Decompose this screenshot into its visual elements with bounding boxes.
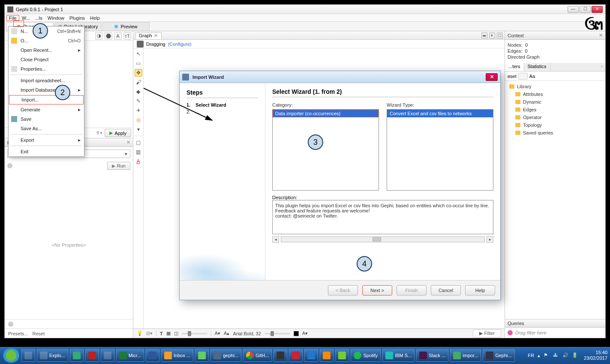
start-button[interactable] (3, 348, 20, 363)
tab-statistics[interactable]: Statistics (524, 63, 550, 71)
edit-icon[interactable]: ▾ (135, 125, 142, 133)
list-icon[interactable] (518, 73, 528, 80)
tray-volume-icon[interactable]: 🔊 (562, 352, 568, 358)
run-button[interactable]: ▶ Run (107, 162, 130, 170)
menu-export[interactable]: Export▶ (9, 135, 84, 145)
shortest-path-icon[interactable]: ✈ (135, 107, 142, 114)
heatmap-icon[interactable]: ◎ (135, 116, 142, 124)
library-operator[interactable]: Operator (513, 113, 604, 121)
square-tool-icon[interactable]: ▢ (135, 139, 142, 146)
font-dec-icon[interactable]: A▾ (215, 331, 220, 336)
apply-button[interactable]: ▶ Apply (105, 129, 131, 137)
category-option[interactable]: Data importer (co-occurrences) (273, 110, 379, 117)
menu-plugins[interactable]: Plugins (67, 15, 87, 21)
menu-import-database[interactable]: Import Database▶ (9, 85, 84, 95)
show-node-labels-icon[interactable]: ▦ (166, 331, 171, 336)
description-scrollbar[interactable]: ◂ ▸ (272, 236, 493, 243)
library-root[interactable]: Library (507, 83, 604, 90)
menu-tools[interactable]: ...ls (33, 15, 45, 21)
color-swatch[interactable] (294, 331, 299, 336)
taskbar-item[interactable] (273, 349, 287, 362)
tab-filters[interactable]: ...ters (505, 63, 524, 71)
maximize-button[interactable]: ☐ (580, 6, 591, 13)
pointer-icon[interactable]: ↖ (135, 50, 142, 58)
menu-import-spreadsheet[interactable]: Import spreadsheet... (9, 76, 84, 85)
rect-select-icon[interactable]: ▭ (135, 60, 142, 67)
tab-preview[interactable]: Preview (102, 22, 150, 31)
tray-caret-icon[interactable]: ▴ (538, 353, 540, 358)
finish-button[interactable]: Finish (397, 285, 427, 295)
text-tool-icon[interactable]: A (135, 158, 142, 165)
taskbar-item[interactable] (101, 349, 114, 362)
presets-link[interactable]: Presets... (8, 331, 28, 336)
dialog-close-button[interactable]: ✕ (486, 73, 498, 81)
switch-icon[interactable]: ⊟▾ (146, 331, 153, 336)
menu-generate[interactable]: Generate▶ (9, 105, 84, 114)
taskbar-item[interactable] (70, 349, 84, 362)
bulb-icon[interactable]: 💡 (137, 331, 143, 336)
settings-icon[interactable] (7, 163, 12, 168)
menu-import[interactable]: Import... (9, 95, 84, 104)
font-label[interactable]: Arial Bold, 32 (233, 331, 261, 336)
reset-button[interactable]: eset (508, 74, 517, 79)
menu-save-as[interactable]: Save As... (9, 124, 84, 133)
tray-flag-icon[interactable]: ⚑ (544, 352, 550, 358)
configure-link[interactable]: (Configure) (168, 42, 192, 47)
menu-open-recent[interactable]: Open Recent...▶ (9, 45, 84, 55)
taskbar-excel[interactable]: Micr... (116, 349, 144, 362)
attributes-icon[interactable]: A▾ (302, 331, 308, 336)
panel-dropdown-caret-icon[interactable]: ▾ (489, 33, 495, 39)
tray-battery-icon[interactable]: 🔋 (572, 352, 578, 358)
library-attributes[interactable]: Attributes (513, 90, 604, 98)
library-saved[interactable]: Saved queries (513, 129, 604, 137)
taskbar-item[interactable] (289, 349, 303, 362)
taskbar-item[interactable] (320, 349, 334, 362)
edge-weight-slider[interactable] (182, 333, 207, 334)
taskbar-item[interactable] (85, 349, 99, 362)
next-button[interactable]: Next > (362, 285, 392, 295)
category-listbox[interactable]: Data importer (co-occurrences) (272, 109, 379, 191)
taskbar-gephi[interactable]: gephi... (210, 349, 241, 362)
scroll-right-icon[interactable]: ▸ (487, 236, 493, 243)
tray-network-icon[interactable]: 🖧 (553, 352, 559, 358)
menu-close-project[interactable]: Close Project (9, 55, 84, 64)
aa-icon[interactable]: Aa (529, 74, 535, 79)
taskbar-item[interactable] (335, 349, 349, 362)
column-tool-icon[interactable]: ▥ (135, 148, 142, 156)
library-edges[interactable]: Edges (513, 106, 604, 113)
taskbar-outlook[interactable]: Inbox ... (161, 349, 193, 362)
panel-dropdown-icon[interactable]: ◂▸ (481, 33, 487, 39)
label-size-slider[interactable] (264, 333, 290, 334)
system-clock[interactable]: 15:40 23/02/2017 (584, 350, 607, 361)
menu-exit[interactable]: Exit (9, 147, 84, 156)
filter-button[interactable]: ▶Filter (473, 329, 501, 337)
drag-tool-icon[interactable]: ✥ (135, 69, 142, 77)
taskbar-explorer[interactable]: Explo... (37, 349, 68, 362)
label-color-icon[interactable]: A (114, 32, 122, 40)
panel-close-icon[interactable]: ✕ (126, 140, 130, 145)
minimize-button[interactable]: — (568, 6, 579, 13)
panel-close-icon[interactable]: ▫ (598, 63, 605, 71)
taskbar-item[interactable] (304, 349, 318, 362)
reset-link[interactable]: Reset (32, 331, 45, 336)
text-toggle-icon[interactable]: T (160, 331, 163, 336)
size-icon[interactable]: ⬤ (105, 32, 112, 40)
menu-save[interactable]: Save (9, 114, 84, 124)
brush-icon[interactable]: 🖌 (135, 78, 142, 86)
menu-window[interactable]: Window (45, 15, 67, 21)
taskbar-import[interactable]: impor... (450, 349, 481, 362)
back-button[interactable]: < Back (328, 285, 358, 295)
pen-icon[interactable]: ✎ (135, 97, 142, 105)
show-edge-labels-icon[interactable]: ◫ (174, 331, 178, 336)
lang-indicator[interactable]: FR (528, 353, 534, 358)
help-button[interactable]: Help (465, 285, 495, 295)
cancel-button[interactable]: Cancel (431, 285, 461, 295)
taskbar-gephi2[interactable]: Gephi... (483, 349, 515, 362)
taskbar-word[interactable] (146, 349, 159, 362)
label-size-icon[interactable]: тT (123, 32, 131, 40)
window-close-button[interactable]: ✕ (592, 6, 603, 13)
menu-properties[interactable]: Properties... (9, 64, 84, 74)
taskbar-spotify[interactable]: Spotify (351, 349, 381, 362)
wizard-type-listbox[interactable]: Convert Excel and csv files to networks (387, 109, 493, 191)
font-inc-icon[interactable]: A▴ (224, 331, 229, 336)
